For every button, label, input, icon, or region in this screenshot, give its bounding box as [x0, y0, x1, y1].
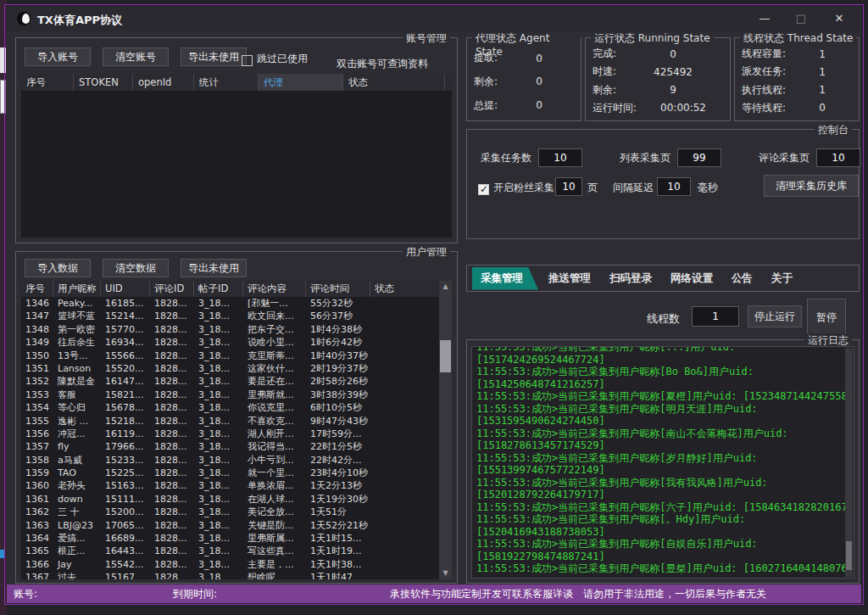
table-row[interactable]: 1356 冲冠... 16119... 1828... 3_18... 湖人刚开…: [21, 428, 439, 440]
cell-comment-id: 1828...: [150, 375, 194, 388]
cell-time: 22时1分5秒: [306, 440, 370, 453]
cell-name: 陳默是金: [53, 375, 101, 388]
table-row[interactable]: 1346 Peaky... 16185... 1828... 3_18... […: [21, 297, 439, 310]
thread-count-input[interactable]: [692, 306, 739, 327]
column-header[interactable]: 统计: [194, 74, 259, 91]
table-row[interactable]: 1363 LBJ@23 17065... 1828... 3_18... 关键是…: [21, 519, 439, 532]
table-row[interactable]: 1359 TAO 15225... 1828... 3_18... 就一个里..…: [21, 467, 439, 479]
table-row[interactable]: 1354 等心归 15678... 1828... 3_18... 你说克里..…: [21, 401, 439, 414]
cell-uid: 15542...: [101, 558, 150, 571]
cell-seq: 1364: [21, 532, 53, 545]
table-row[interactable]: 1348 第一欧密 15770... 1828... 3_18... 把东子交.…: [21, 323, 439, 336]
log-line: [1581922798474887241]: [472, 551, 854, 563]
table-row[interactable]: 1353 客服 15821... 1828... 3_18... 里弗斯就...…: [21, 389, 439, 401]
column-header[interactable]: 状态: [343, 74, 445, 91]
skip-used-checkbox[interactable]: [242, 55, 253, 66]
column-header[interactable]: UID: [101, 281, 150, 297]
scroll-down-icon[interactable]: ▼: [439, 567, 452, 579]
table-row[interactable]: 1351 Lanson 15520... 1828... 3_18... 这家伙…: [21, 362, 439, 375]
log-scrollbar-thumb[interactable]: [846, 541, 852, 570]
table-row[interactable]: 1355 逸彬 ... 15218... 1828... 3_18... 不喜欢…: [21, 415, 439, 428]
table-row[interactable]: 1361 down 15111... 1828... 3_18... 在湖人球.…: [21, 493, 439, 506]
cell-comment-id: 1828...: [150, 454, 194, 467]
log-scrollbar[interactable]: [845, 348, 853, 577]
state-label: 派发任务:: [735, 64, 786, 79]
column-header[interactable]: 评论ID: [150, 281, 194, 297]
table-row[interactable]: 1362 三 十 15200... 1828... 3_18... 美记全放..…: [21, 506, 439, 518]
cell-time: 3时38分39秒: [306, 389, 370, 401]
user-scrollbar-thumb[interactable]: [440, 340, 451, 372]
account-action-button[interactable]: 导入账号: [25, 48, 91, 66]
maximize-icon[interactable]: □: [787, 9, 815, 28]
cell-seq: 1359: [21, 467, 53, 479]
cell-name: 等心归: [53, 401, 101, 414]
column-header[interactable]: STOKEN: [74, 74, 133, 91]
column-header[interactable]: 序号: [21, 281, 53, 297]
cell-comment-id: 1828...: [150, 401, 194, 414]
table-row[interactable]: 1357 fly 17966... 1828... 3_18... 我记得当..…: [21, 440, 439, 453]
cell-seq: 1355: [21, 415, 53, 428]
tab-item[interactable]: 采集管理: [472, 267, 538, 290]
minimize-icon[interactable]: —: [751, 9, 778, 28]
log-line: 11:55:53:成功>当前已采集到用户昵称[我有我风格]用户uid:: [472, 477, 854, 489]
state-value: 0: [498, 99, 581, 111]
tab-item[interactable]: 推送管理: [548, 271, 591, 286]
table-row[interactable]: 1350 13号... 15566... 1828... 3_18... 克里斯…: [21, 349, 439, 362]
tab-item[interactable]: 扫码登录: [609, 271, 652, 286]
close-icon[interactable]: ✕: [826, 9, 853, 28]
account-action-button[interactable]: 清空账号: [103, 48, 169, 66]
user-action-button[interactable]: 导出未使用: [181, 259, 247, 277]
column-header[interactable]: 序号: [21, 74, 74, 91]
console-panel-label: 控制台: [815, 123, 852, 137]
console-field: 评论采集页: [759, 148, 860, 167]
log-lines: 11:55:53:成功>当前已采集到用户昵称[...]用户uid: [15174…: [472, 346, 854, 575]
column-header-proxy[interactable]: 代理: [259, 74, 343, 91]
tab-item[interactable]: 网络设置: [670, 271, 713, 286]
scroll-up-icon[interactable]: ▲: [439, 281, 452, 293]
table-row[interactable]: 1358 a马威 15233... 1828... 3_18... 小牛亏到..…: [21, 454, 439, 467]
cell-name: fly: [53, 440, 101, 453]
column-header[interactable]: 用户昵称: [53, 281, 101, 297]
column-header[interactable]: 状态: [370, 281, 439, 297]
console-field-input[interactable]: [677, 148, 721, 167]
state-item: 执行线程: 1: [735, 83, 859, 98]
cell-seq: 1356: [21, 428, 53, 440]
table-row[interactable]: 1365 根正... 16443... 1828... 3_18... 写这些真…: [21, 545, 439, 557]
cell-name: 冲冠...: [53, 428, 101, 440]
cell-seq: 1367: [21, 571, 53, 579]
table-row[interactable]: 1367 过去 15167 1828 3_18 想啥呢 1天1时47: [21, 571, 439, 579]
tab-item[interactable]: 关于: [771, 271, 793, 286]
tab-item[interactable]: 公告: [732, 271, 753, 286]
console-field-input[interactable]: [538, 148, 582, 167]
cell-content: 主要是，...: [243, 558, 306, 571]
cell-uid: 15770...: [101, 323, 150, 336]
table-row[interactable]: 1352 陳默是金 16147... 1828... 3_18... 要是还在.…: [21, 375, 439, 388]
title-bar[interactable]: TX体育APP协议 — □ ✕: [7, 6, 861, 31]
account-action-button[interactable]: 导出未使用: [181, 48, 247, 66]
column-header[interactable]: 帖子ID: [194, 281, 243, 297]
table-row[interactable]: 1347 篮球不蓝 15214... 1828... 3_18... 欧文回来.…: [21, 310, 439, 322]
user-table-scrollbar[interactable]: ▲ ▼: [439, 281, 452, 579]
user-action-button[interactable]: 清空数据: [103, 259, 169, 277]
column-header[interactable]: 评论内容: [243, 281, 306, 297]
thread-state-items: 线程容量: 1 派发任务: 1 执行线程: 1 等待线程: 0: [735, 45, 859, 117]
cell-comment-id: 1828...: [150, 310, 194, 322]
user-action-button[interactable]: 导入数据: [25, 259, 91, 277]
table-row[interactable]: 1349 往后余生 16934... 1828... 3_18... 说啥小里.…: [21, 336, 439, 349]
clear-history-button[interactable]: 清理采集历史库: [764, 175, 859, 197]
account-table-body[interactable]: [21, 91, 452, 238]
pause-button[interactable]: 暂停: [807, 299, 846, 336]
column-header[interactable]: 评论时间: [306, 281, 370, 297]
cell-comment-id: 1828...: [150, 467, 194, 479]
log-box[interactable]: 11:55:53:成功>当前已采集到用户昵称[...]用户uid: [15174…: [471, 346, 854, 579]
column-header[interactable]: openId: [133, 74, 194, 91]
console-field-input[interactable]: [816, 148, 860, 167]
stop-run-button[interactable]: 停止运行: [748, 305, 802, 327]
account-hint: 双击账号可查询资料: [337, 57, 428, 71]
fans-collect-checkbox[interactable]: [478, 184, 489, 195]
fans-pages-input[interactable]: [555, 177, 582, 196]
table-row[interactable]: 1364 爱搞... 16689... 1828... 3_18... 里弗斯属…: [21, 532, 439, 545]
table-row[interactable]: 1360 老孙头 15163... 1828... 3_18... 单换浓眉..…: [21, 479, 439, 492]
table-row[interactable]: 1366 Jay 15542... 1828... 3_18... 主要是，..…: [21, 558, 439, 571]
delay-input[interactable]: [657, 177, 691, 196]
